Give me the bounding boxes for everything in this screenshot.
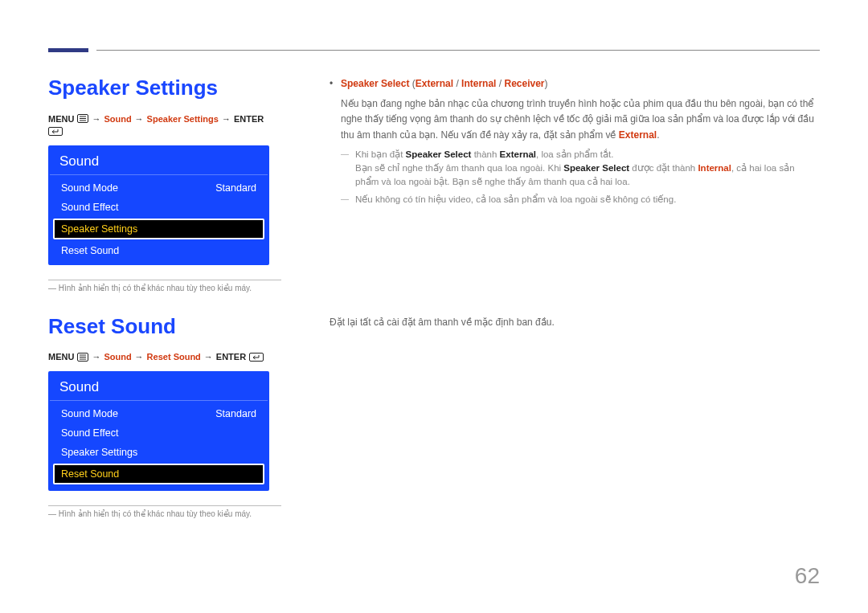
breadcrumb-arrow: → xyxy=(204,352,213,362)
t: , loa sản phẩm tắt. xyxy=(536,149,613,159)
osd-item-sound-effect[interactable]: Sound Effect xyxy=(53,198,264,217)
paren: ) xyxy=(545,78,548,89)
t-bold: External xyxy=(500,149,536,159)
right-column-2: Đặt lại tất cả cài đặt âm thanh về mặc đ… xyxy=(305,315,820,519)
osd-item-label: Sound Mode xyxy=(61,182,118,194)
osd-item-sound-mode[interactable]: Sound Mode Standard xyxy=(53,178,264,198)
breadcrumb-speaker-settings: MENU → Sound → Speaker Settings → ENTER xyxy=(48,114,281,136)
breadcrumb-arrow: → xyxy=(222,114,231,124)
osd-item-label: Sound Effect xyxy=(61,202,118,213)
subnote-2: Nếu không có tín hiệu video, cả loa sản … xyxy=(341,193,820,206)
osd-item-speaker-settings[interactable]: Speaker Settings xyxy=(53,443,264,462)
page-number: 62 xyxy=(795,563,820,589)
breadcrumb-reset-sound: MENU → Sound → Reset Sound → ENTER xyxy=(48,352,281,362)
menu-icon xyxy=(77,353,88,362)
menu-icon xyxy=(77,114,88,123)
osd-item-reset-sound[interactable]: Reset Sound xyxy=(53,241,264,260)
osd-item-label: Sound Effect xyxy=(61,427,118,439)
osd-item-label: Speaker Settings xyxy=(61,223,137,235)
left-column-2: Reset Sound MENU → Sound → Reset Sound →… xyxy=(48,315,305,519)
t-bold: Speaker Select xyxy=(406,149,472,159)
speaker-select-label: Speaker Select xyxy=(341,78,409,89)
breadcrumb-arrow: → xyxy=(135,352,144,362)
osd-header: Sound xyxy=(50,147,268,175)
t-red: Internal xyxy=(698,163,731,173)
opt-external: External xyxy=(416,78,453,89)
paren: ( xyxy=(409,78,415,89)
t: Khi bạn đặt xyxy=(355,149,406,159)
osd-body: Sound Mode Standard Sound Effect Speaker… xyxy=(50,401,268,489)
footnote-content: Hình ảnh hiển thị có thể khác nhau tùy t… xyxy=(59,284,252,292)
osd-item-label: Reset Sound xyxy=(61,245,119,256)
osd-item-reset-sound[interactable]: Reset Sound xyxy=(53,464,264,484)
enter-icon xyxy=(48,127,63,136)
opt-receiver: Receiver xyxy=(504,78,544,89)
desc-para1: Nếu bạn đang nghe bản nhạc của chương tr… xyxy=(330,96,820,143)
enter-icon xyxy=(249,353,264,362)
bullet-speaker-select: Speaker Select (External / Internal / Re… xyxy=(330,76,820,92)
sep: / xyxy=(453,78,461,89)
para-highlight: External xyxy=(619,129,657,141)
osd-item-label: Speaker Settings xyxy=(61,447,137,458)
section-title-reset-sound: Reset Sound xyxy=(48,315,281,338)
reset-sound-desc: Đặt lại tất cả cài đặt âm thanh về mặc đ… xyxy=(330,315,820,330)
para-text: Nếu bạn đang nghe bản nhạc của chương tr… xyxy=(341,98,814,140)
sub-notes: Khi bạn đặt Speaker Select thành Externa… xyxy=(330,148,820,206)
osd-item-label: Reset Sound xyxy=(61,468,119,480)
menu-label: MENU xyxy=(48,114,74,124)
t: được đặt thành xyxy=(629,163,698,173)
opt-internal: Internal xyxy=(461,78,496,89)
subnote-1: Khi bạn đặt Speaker Select thành Externa… xyxy=(341,148,820,190)
enter-label: ENTER xyxy=(216,352,246,362)
sep: / xyxy=(496,78,504,89)
osd-item-label: Sound Mode xyxy=(61,408,118,419)
t-bold: Speaker Select xyxy=(563,163,629,173)
footnote-text: ― Hình ảnh hiển thị có thể khác nhau tùy… xyxy=(48,284,281,292)
breadcrumb-sound: Sound xyxy=(104,352,131,362)
breadcrumb-arrow: → xyxy=(92,114,100,124)
para-dot: . xyxy=(657,129,659,141)
osd-panel-2: Sound Sound Mode Standard Sound Effect S… xyxy=(48,371,269,491)
osd-item-value: Standard xyxy=(215,408,256,419)
breadcrumb-speaker-settings: Speaker Settings xyxy=(147,114,219,124)
content-row-2: Reset Sound MENU → Sound → Reset Sound →… xyxy=(48,315,820,519)
section-title-speaker-settings: Speaker Settings xyxy=(48,76,281,100)
left-column-1: Speaker Settings MENU → Sound → Speaker … xyxy=(48,76,305,292)
breadcrumb-reset-sound: Reset Sound xyxy=(147,352,201,362)
osd-item-speaker-settings[interactable]: Speaker Settings xyxy=(53,219,264,239)
page-root: Speaker Settings MENU → Sound → Speaker … xyxy=(0,0,868,613)
osd-body: Sound Mode Standard Sound Effect Speaker… xyxy=(50,175,268,264)
content-row-1: Speaker Settings MENU → Sound → Speaker … xyxy=(48,76,820,292)
breadcrumb-arrow: → xyxy=(135,114,144,124)
osd-item-sound-mode[interactable]: Sound Mode Standard xyxy=(53,404,264,423)
t: thành xyxy=(471,149,499,159)
footnote-content: Hình ảnh hiển thị có thể khác nhau tùy t… xyxy=(59,509,252,518)
t: Bạn sẽ chỉ nghe thấy âm thanh qua loa ng… xyxy=(355,163,563,173)
osd-header: Sound xyxy=(50,373,268,401)
osd-item-sound-effect[interactable]: Sound Effect xyxy=(53,423,264,443)
enter-label: ENTER xyxy=(234,114,264,124)
breadcrumb-arrow: → xyxy=(92,352,100,362)
menu-label: MENU xyxy=(48,352,74,362)
header-separator xyxy=(96,50,820,51)
breadcrumb-sound: Sound xyxy=(104,114,131,124)
right-column-1: Speaker Select (External / Internal / Re… xyxy=(305,76,820,292)
osd-item-value: Standard xyxy=(215,182,256,194)
header-accent xyxy=(48,48,88,52)
osd-panel-1: Sound Sound Mode Standard Sound Effect S… xyxy=(48,145,269,265)
footnote-text: ― Hình ảnh hiển thị có thể khác nhau tùy… xyxy=(48,509,281,518)
